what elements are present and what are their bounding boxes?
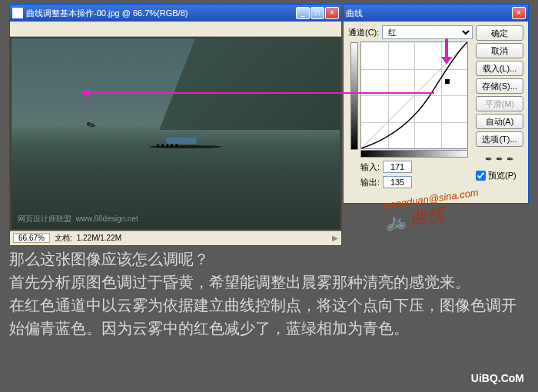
preview-checkbox-input[interactable] [476,171,486,181]
boat-shape: ▮▮▮▮▮ [149,138,222,151]
output-gradient [350,42,358,150]
mountain-shape [159,38,340,130]
eyedropper-cursor-icon: ✎ [85,118,98,133]
smooth-button: 平滑(M) [476,96,523,111]
close-button[interactable]: × [325,7,339,19]
ok-button[interactable]: 确定 [476,25,523,41]
white-point-eyedropper-icon[interactable]: ✒ [506,154,514,164]
save-button[interactable]: 存储(S)... [476,78,523,94]
eyedropper-group: ✒ ✒ ✒ [476,154,523,164]
preview-checkbox[interactable]: 预览(P) [476,170,523,181]
watermark: 网页设计师联盟 www.68design.net [18,214,138,224]
app-icon [12,8,23,18]
annotation-arrow-icon [88,92,434,94]
channel-select[interactable]: 红 [382,25,473,39]
docinfo-label: 文档: [55,233,72,244]
maximize-button[interactable]: □ [311,7,324,19]
options-bar [10,22,341,37]
auto-button[interactable]: 自动(A) [476,114,523,129]
zoom-level[interactable]: 66.67% [13,233,50,243]
load-button[interactable]: 载入(L)... [476,61,523,76]
caption-line-1: 那么这张图像应该怎么调呢？ [9,247,529,271]
options-button[interactable]: 选项(T)... [476,131,523,147]
black-point-eyedropper-icon[interactable]: ✒ [485,154,493,164]
output-label: 输出: [360,177,380,188]
titlebar[interactable]: 曲线调整基本操作-00.jpg @ 66.7%(RGB/8) _ □ × [10,5,341,22]
channel-label: 通道(C): [348,27,379,38]
canvas[interactable]: ▮▮▮▮▮ ✎ 网页设计师联盟 www.68design.net [10,37,341,231]
input-gradient [360,150,468,158]
window-title: 曲线调整基本操作-00.jpg @ 66.7%(RGB/8) [26,8,188,19]
drag-down-arrow-icon [441,38,452,66]
curves-dialog: 曲线 × 通道(C): 红 [343,4,529,204]
curve-control-point[interactable] [445,79,450,84]
gray-point-eyedropper-icon[interactable]: ✒ [496,154,503,164]
curves-close-button[interactable]: × [512,7,526,19]
output-value[interactable] [383,176,412,188]
docinfo-value: 1.22M/1.22M [77,234,121,242]
caption-line-3: 在红色通道中以云雾为依据建立曲线控制点，将这个点向下压，图像色调开始偏青蓝色。因… [9,294,529,340]
caption-line-2: 首先分析原图色调过于昏黄，希望能调整出晨雾那种清亮的感觉来。 [9,271,529,294]
document-window: 曲线调整基本操作-00.jpg @ 66.7%(RGB/8) _ □ × ▮▮▮… [9,4,342,246]
image-preview: ▮▮▮▮▮ ✎ 网页设计师联盟 www.68design.net [12,38,340,229]
input-value[interactable] [383,161,412,173]
site-watermark: UiBQ.CoM [471,372,524,384]
minimize-button[interactable]: _ [296,7,310,19]
tutorial-caption: 那么这张图像应该怎么调呢？ 首先分析原图色调过于昏黄，希望能调整出晨雾那种清亮的… [9,247,529,340]
cancel-button[interactable]: 取消 [476,43,523,58]
status-bar: 66.67% 文档: 1.22M/1.22M ▶ [10,231,341,244]
curves-titlebar[interactable]: 曲线 × [344,5,528,22]
window-controls: _ □ × [296,7,339,19]
curve-graph[interactable] [360,42,468,149]
input-label: 输入: [360,161,380,173]
curves-title: 曲线 [346,8,363,19]
